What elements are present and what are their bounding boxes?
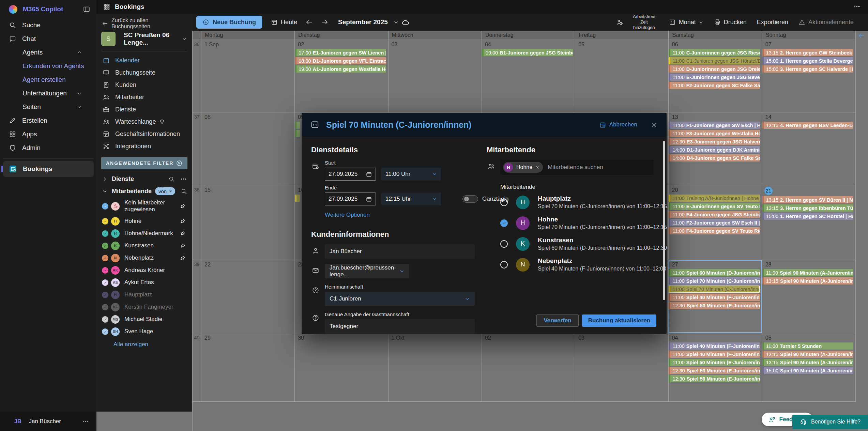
collapse-panel-icon[interactable]	[858, 32, 865, 40]
sidebar-item-erstellen[interactable]: Erstellen	[0, 114, 96, 127]
panel-nav-mitarbeiter[interactable]: Mitarbeiter	[96, 91, 192, 103]
end-time-select[interactable]: 12:15 Uhr	[381, 193, 441, 205]
panel-nav-integrationen[interactable]: Integrationen	[96, 140, 192, 152]
staff-filter-item[interactable]: AKAndreas Kröner	[96, 264, 192, 276]
help-button[interactable]: Benötigen Sie Hilfe?	[792, 415, 868, 429]
sidebar-item-agent-erstellen[interactable]: Agent erstellen	[0, 73, 96, 87]
staff-filter-badge[interactable]: 11 von 13×	[155, 187, 175, 195]
more-options-icon[interactable]	[853, 3, 861, 10]
check-icon[interactable]	[102, 279, 108, 286]
calendar-day-cell[interactable]: 0511:00Turnier 5 Stunden13:15Spiel 90 Mi…	[762, 333, 856, 402]
panel-toggle-icon[interactable]	[83, 5, 90, 13]
staff-filter-item[interactable]: SHSven Hage	[96, 325, 192, 338]
calendar-icon[interactable]	[366, 196, 372, 202]
calendar-event[interactable]: 11:00F2-Junioren gegen SC Falke Saerbeck…	[669, 82, 760, 89]
staff-member-row[interactable]: KKunstrasenSpiel 60 Minuten (D-Junioren/…	[487, 233, 654, 254]
calendar-day-cell[interactable]: 22	[201, 260, 295, 333]
calendar-event[interactable]: 15:001. Herren gegen Stella Bevergern | …	[762, 57, 853, 64]
calendar-event[interactable]: 19:00A1-Junioren gegen Westfalia Hopsten…	[295, 65, 386, 73]
staff-member-row[interactable]: NNebenplatzSpiel 40 Minuten (F-Junioren/…	[487, 254, 654, 275]
calendar-event[interactable]: 13:152. Herren gegen GW Steinbeck III | …	[762, 49, 853, 56]
export-button[interactable]: Exportieren	[757, 19, 788, 26]
staff-member-row[interactable]: HHohneSpiel 70 Minuten (C-Junioren/innen…	[487, 213, 654, 233]
sidebar-item-bookings[interactable]: Bookings	[3, 161, 94, 177]
calendar-event[interactable]: 12:30Spiel 50 Minuten (E-Junioren/innen)	[669, 375, 760, 382]
action-items-button[interactable]: Aktionselemente	[798, 19, 854, 26]
new-booking-button[interactable]: Neue Buchung	[196, 16, 262, 29]
calendar-event[interactable]: 11:00Turnier 5 Stunden	[762, 342, 853, 350]
radio[interactable]	[500, 199, 508, 206]
panel-nav-dienste[interactable]: Dienste	[96, 103, 192, 116]
filter-group-dienste[interactable]: Dienste	[96, 173, 192, 185]
clear-filters-icon[interactable]	[176, 160, 183, 167]
calendar-event[interactable]: 19:00B1-Junioren gegen JSG Steinbeck/Uff…	[482, 49, 573, 56]
calendar-event[interactable]: 11:00F1-Junioren gegen SW Esch | Hauptpl…	[669, 122, 760, 129]
panel-nav-buchungsseite[interactable]: Buchungsseite	[96, 66, 192, 79]
radio[interactable]	[500, 240, 508, 248]
calendar-event[interactable]: 15:001. Herren gegen SC Hörstel | Hauptp…	[762, 213, 853, 220]
sidebar-item-admin[interactable]: Admin	[0, 141, 96, 155]
calendar-event[interactable]: 12:30Spiel 50 Minuten (E-Junioren/innen)	[669, 367, 760, 374]
print-button[interactable]: Drucken	[714, 19, 747, 26]
panel-nav-kunden[interactable]: Kunden	[96, 79, 192, 91]
calendar-day-cell[interactable]: 2811:00Spiel 90 Minuten (A-Junioren/inne…	[762, 260, 856, 333]
staff-filter-item[interactable]: HHohne	[96, 215, 192, 227]
sidebar-item-chat[interactable]: Chat	[0, 32, 96, 46]
sidebar-item-agents[interactable]: Agents	[0, 46, 96, 59]
calendar-event[interactable]: 11:00Spiel 70 Minuten (C-Junioren/innen)	[669, 286, 760, 293]
calendar-event[interactable]: 13:15Spiel 90 Minuten (A-Junioren/innen …	[762, 351, 853, 358]
customer-name-input[interactable]	[325, 244, 475, 259]
user-bar[interactable]: JB Jan Büscher	[0, 412, 96, 431]
dialog-scrollbar[interactable]	[663, 141, 665, 300]
back-link[interactable]: Zurück zu allen Buchungsseiten	[96, 18, 192, 29]
panel-nav-kalender[interactable]: Kalender	[96, 54, 192, 66]
check-icon[interactable]	[102, 328, 108, 335]
calendar-day-cell[interactable]: 2113:152. Herren gegen SV Büren II | Neb…	[762, 185, 856, 260]
check-icon[interactable]	[102, 203, 108, 210]
pin-icon[interactable]	[180, 231, 185, 236]
end-date-input[interactable]: 27.09.2025	[325, 193, 376, 205]
booking-page-selector[interactable]: S SC Preußen 06 Lenge...	[96, 29, 192, 49]
calendar-event[interactable]: 11:00Training A/B-Juniorinnen | Hohne	[669, 195, 760, 202]
more-options-link[interactable]: Weitere Optionen	[325, 212, 509, 218]
update-booking-button[interactable]: Buchung aktualisieren	[582, 314, 656, 327]
calendar-day-cell[interactable]: 0713:152. Herren gegen GW Steinbeck III …	[762, 40, 856, 112]
calendar-day-cell[interactable]: 1311:00F1-Junioren gegen SW Esch | Haupt…	[669, 112, 762, 185]
pin-icon[interactable]	[180, 243, 185, 248]
cancel-booking-button[interactable]: Abbrechen	[599, 121, 637, 128]
calendar-event[interactable]	[295, 195, 300, 202]
check-icon[interactable]	[102, 230, 108, 237]
calendar-event[interactable]: 18:00D1-Junioren gegen VFL Eintracht Met…	[295, 57, 386, 64]
chevron-right-icon[interactable]	[102, 176, 108, 182]
calendar-event[interactable]: 11:00F4-Junioren gegen SV Teuto Riesenbe…	[669, 227, 760, 234]
sidebar-item-seiten[interactable]: Seiten	[0, 100, 96, 114]
calendar-event[interactable]: 11:00E-Juniorinnen gegen SV Teuto Riesen…	[669, 203, 760, 210]
calendar-day-cell[interactable]: 0411:00Spiel 40 Minuten (F-Junioren/inne…	[669, 333, 762, 402]
calendar-event[interactable]: 11:00Spiel 90 Minuten (A-Junioren/innen …	[762, 269, 853, 276]
calendar-event[interactable]: 12:30E3-Junioren gegen JSG Halverde/Scha…	[669, 138, 760, 145]
calendar-event[interactable]: 13:154. Herren gegen BSV Leeden-Ledde II…	[762, 122, 853, 129]
calendar-event[interactable]: 15:00Spiel 90 Minuten (A-Junioren/innen …	[762, 367, 853, 374]
sidebar-item-erkunden-von-agents[interactable]: Erkunden von Agents	[0, 59, 96, 73]
calendar-event[interactable]: 11:00F3-Junioren gegen Westfalia Hopsten…	[669, 130, 760, 137]
start-time-select[interactable]: 11:00 Uhr	[381, 168, 441, 181]
calendar-event[interactable]: 11:00Spiel 40 Minuten (F-Junioren/innen)	[669, 351, 760, 358]
pin-icon[interactable]	[180, 255, 185, 261]
calendar-day-cell[interactable]: 2711:00Spiel 60 Minuten (D-Junioren/inne…	[669, 260, 762, 333]
calendar-event[interactable]: 11:00Spiel 50 Minuten (E-Junioren/innen)	[669, 359, 760, 366]
check-icon[interactable]	[102, 255, 108, 261]
calendar-event[interactable]: 12:30Spiel 50 Minuten (E-Junioren/innen)	[669, 302, 760, 309]
chip-remove-icon[interactable]	[535, 165, 540, 170]
filter-group-mitarbeitende[interactable]: Mitarbeitende 11 von 13×	[96, 185, 192, 197]
calendar-day-cell[interactable]: 2011:00Training A/B-Juniorinnen | Hohne1…	[669, 185, 762, 260]
waffle-icon[interactable]	[103, 3, 110, 10]
staff-filter-item[interactable]: AEAykut Ertas	[96, 276, 192, 289]
calendar-event[interactable]: 11:00C-Juniorinnen gegen JSG Riesenbeck/…	[669, 49, 760, 56]
add-time-off-button[interactable]: Arbeitsfreie Zeit hinzufügen	[616, 14, 659, 31]
show-all-link[interactable]: Alle anzeigen	[96, 338, 192, 348]
calendar-day-cell[interactable]: 15	[201, 185, 295, 260]
check-icon[interactable]	[102, 243, 108, 249]
calendar-event[interactable]: 11:00D-Juniorinnen gegen JSG Dreierwalde…	[669, 65, 760, 73]
today-button[interactable]: Heute	[271, 19, 297, 26]
calendar-day-cell[interactable]: 03	[389, 40, 482, 112]
